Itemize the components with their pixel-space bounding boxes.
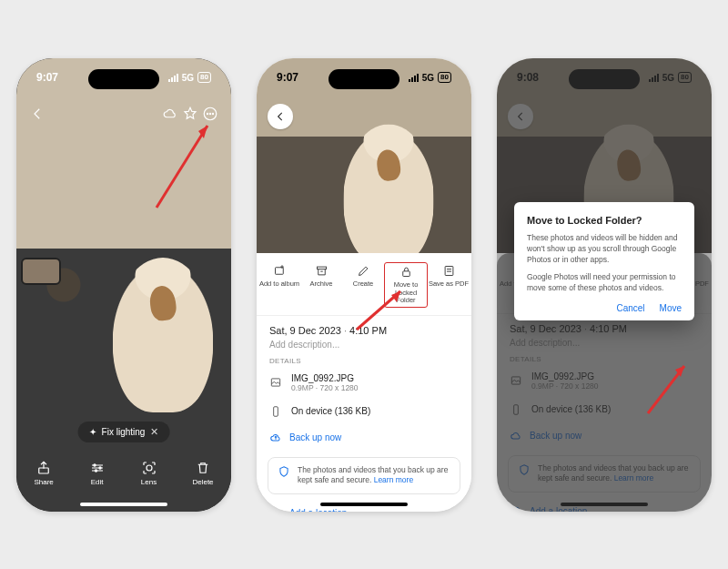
svg-point-1 [207, 113, 207, 114]
svg-rect-22 [643, 270, 651, 276]
action-sheet: Add to album Archive Create Move to Lock… [497, 253, 712, 512]
share-button[interactable]: Share [34, 460, 53, 486]
status-time: 9:08 [517, 71, 539, 84]
battery-icon: 80 [438, 72, 451, 83]
lens-button[interactable]: Lens [141, 460, 157, 486]
back-chevron-icon[interactable] [27, 104, 47, 124]
back-button[interactable] [268, 104, 293, 129]
photo-time: 4:10 PM [349, 325, 387, 336]
svg-rect-23 [684, 267, 693, 276]
create-button[interactable]: Create [342, 262, 384, 308]
status-network: 5G [422, 73, 434, 83]
delete-button[interactable]: Delete [192, 460, 213, 486]
svg-rect-21 [558, 267, 567, 269]
svg-rect-12 [317, 267, 326, 269]
details-header: DETAILS [257, 355, 471, 367]
back-button[interactable] [508, 104, 533, 129]
archive-button[interactable]: Archive [300, 262, 342, 308]
sparkle-icon: ✦ [89, 427, 96, 437]
svg-rect-4 [39, 468, 49, 473]
edit-button[interactable]: Edit [89, 460, 106, 486]
svg-point-7 [95, 469, 96, 471]
fix-lighting-chip[interactable]: ✦ Fix lighting ✕ [78, 422, 170, 442]
svg-point-2 [209, 113, 210, 114]
learn-more-link[interactable]: Learn more [374, 475, 413, 484]
battery-icon: 80 [678, 72, 692, 83]
star-icon[interactable] [180, 104, 200, 124]
archive-button: Archive [541, 262, 582, 306]
add-to-album-button[interactable]: Add to album [258, 262, 300, 308]
svg-rect-15 [271, 379, 279, 386]
save-as-pdf-button[interactable]: Save as PDF [428, 262, 470, 308]
signal-icon [168, 74, 178, 82]
detail-on-device: On device (136 KB) [257, 399, 471, 424]
description-input[interactable]: Add description... [269, 340, 459, 350]
svg-point-3 [212, 113, 213, 114]
svg-point-5 [94, 463, 96, 465]
svg-rect-24 [511, 377, 520, 384]
status-time: 9:07 [36, 71, 58, 84]
status-network: 5G [662, 73, 674, 83]
back-up-now-link[interactable]: Back up now [257, 424, 471, 452]
battery-icon: 80 [197, 72, 211, 83]
signal-icon [409, 74, 419, 82]
svg-rect-16 [274, 407, 278, 417]
create-button: Create [583, 262, 625, 306]
svg-point-26 [515, 509, 517, 511]
cloud-icon[interactable] [160, 104, 180, 124]
save-as-pdf-button: Save as PDF [668, 262, 710, 306]
svg-point-17 [275, 511, 277, 512]
action-sheet: Add to album Archive Create Move to Lock… [257, 253, 471, 512]
more-icon[interactable] [200, 104, 220, 124]
detail-filename: IMG_0992.JPG 0.9MP · 720 x 1280 [257, 367, 471, 399]
backup-info-card: The photos and videos that you back up a… [268, 457, 460, 494]
svg-rect-13 [402, 271, 410, 277]
svg-rect-14 [445, 267, 453, 276]
move-to-locked-folder-button: Move to Locked Folder [625, 262, 667, 306]
chip-label: Fix lighting [102, 427, 146, 437]
photo-date: Sat, 9 Dec 2023 [269, 325, 341, 336]
svg-point-6 [99, 466, 101, 468]
status-time: 9:07 [277, 71, 298, 84]
close-icon[interactable]: ✕ [150, 426, 158, 438]
signal-icon [649, 74, 659, 82]
status-network: 5G [182, 73, 194, 83]
add-to-album-button: Add to album [499, 262, 541, 306]
move-to-locked-folder-button[interactable]: Move to Locked Folder [384, 262, 428, 308]
svg-point-8 [147, 465, 152, 471]
svg-rect-25 [514, 405, 519, 415]
